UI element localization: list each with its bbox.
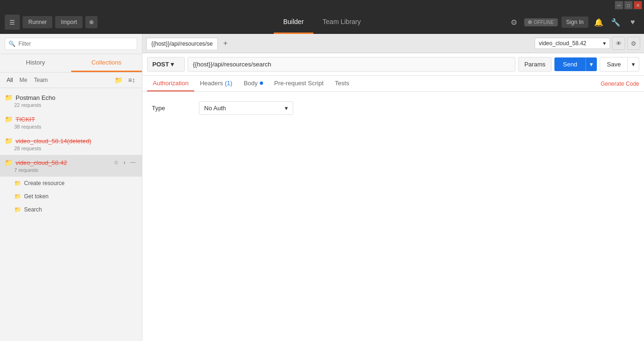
gear-icon-button[interactable]: ⚙: [627, 37, 640, 50]
sidebar-tabs: History Collections: [0, 54, 142, 73]
chevron-down-icon: ▾: [603, 40, 606, 47]
method-selector[interactable]: POST ▾: [147, 57, 185, 72]
subtab-all[interactable]: All: [5, 76, 15, 84]
collection-item-active[interactable]: 📁 video_cloud_58.42 ☆ › ⋯ 7 requests: [0, 155, 142, 177]
wrench-icon-button[interactable]: 🔧: [609, 16, 622, 29]
filter-input[interactable]: [5, 38, 137, 50]
tab-pre-request-script[interactable]: Pre-request Script: [269, 76, 330, 91]
collection-item[interactable]: 📁 video_cloud_58.14(deleted) 28 requests: [0, 133, 142, 155]
main-layout: 🔍 History Collections All Me Team 📁 ≡↕: [0, 34, 644, 341]
expand-icon-button[interactable]: ›: [122, 159, 127, 166]
url-tab-label: {{host}}/api/resources/se: [151, 41, 213, 47]
env-dropdown[interactable]: video_cloud_58.42 ▾: [535, 38, 610, 49]
sub-item-get-token[interactable]: 📁 Get token: [0, 190, 142, 203]
gear-icon: ⚙: [631, 40, 636, 47]
settings-icon: ⚙: [511, 18, 517, 27]
chevron-down-icon: ▾: [590, 61, 593, 68]
send-btn-group: Send ▾: [554, 57, 597, 71]
collection-requests: 28 requests: [5, 146, 137, 151]
bell-icon-button[interactable]: 🔔: [592, 16, 605, 29]
save-btn-group: Save ▾: [600, 57, 639, 72]
sidebar-toggle-button[interactable]: ☰: [5, 15, 20, 30]
subtab-me[interactable]: Me: [17, 76, 29, 84]
collection-item[interactable]: 📁 Postman Echo 22 requests: [0, 90, 142, 112]
new-folder-icon-button[interactable]: 📁: [113, 75, 124, 85]
close-button[interactable]: ✕: [634, 1, 642, 9]
request-tabs: Authorization Headers (1) Body Pre-reque…: [142, 76, 644, 92]
auth-content: Type No Auth ▾: [142, 92, 644, 341]
folder-icon: 📁: [5, 94, 13, 101]
collection-name: video_cloud_58.42: [16, 159, 67, 166]
auth-dropdown-icon: ▾: [285, 105, 288, 112]
search-icon: 🔍: [8, 41, 16, 47]
headers-badge: (1): [225, 80, 232, 87]
url-input[interactable]: [188, 57, 515, 72]
sidebar-toggle-icon: ☰: [9, 19, 15, 26]
collection-item[interactable]: 📁 TICKIT 38 requests: [0, 112, 142, 133]
tab-body[interactable]: Body: [238, 76, 269, 91]
env-dropdown-label: video_cloud_58.42: [539, 40, 586, 47]
bell-icon: 🔔: [594, 18, 603, 27]
method-dropdown-icon: ▾: [171, 61, 174, 68]
add-tab-button[interactable]: +: [220, 38, 231, 49]
save-dropdown-button[interactable]: ▾: [628, 57, 639, 72]
tab-team-library[interactable]: Team Library: [313, 10, 370, 34]
offline-label: OFFLINE: [534, 20, 553, 25]
eye-icon-button[interactable]: 👁: [612, 37, 625, 50]
folder-icon: 📁: [5, 115, 13, 123]
main-content: {{host}}/api/resources/se + video_cloud_…: [142, 34, 644, 341]
url-tab[interactable]: {{host}}/api/resources/se: [146, 38, 218, 49]
send-dropdown-button[interactable]: ▾: [586, 57, 597, 71]
runner-label: Runner: [28, 19, 47, 25]
new-tab-icon: ⊕: [89, 19, 94, 25]
generate-code-link[interactable]: Generate Code: [601, 76, 639, 91]
more-icon-button[interactable]: ⋯: [129, 159, 137, 166]
auth-type-value: No Auth: [204, 105, 226, 112]
sort-icon-button[interactable]: ≡↕: [126, 75, 137, 85]
minimize-button[interactable]: ─: [615, 1, 623, 9]
auth-type-label: Type: [152, 105, 190, 112]
tab-builder[interactable]: Builder: [274, 10, 314, 34]
new-tab-button[interactable]: ⊕: [85, 16, 98, 28]
settings-icon-button[interactable]: ⚙: [507, 16, 520, 29]
sign-in-button[interactable]: Sign In: [561, 16, 588, 28]
toolbar: ☰ Runner Import ⊕ Builder Team Library ⚙…: [0, 10, 644, 34]
tab-collections[interactable]: Collections: [71, 54, 142, 72]
sub-item-search[interactable]: 📁 Search: [0, 203, 142, 216]
collection-requests: 7 requests: [5, 167, 137, 173]
folder-icon: 📁: [14, 180, 21, 187]
collection-name: Postman Echo: [16, 94, 56, 101]
offline-dot: [528, 20, 532, 24]
sub-item-create-resource[interactable]: 📁 Create resource: [0, 177, 142, 190]
auth-row: Type No Auth ▾: [152, 101, 635, 115]
collection-item-header: 📁 video_cloud_58.14(deleted): [5, 137, 137, 145]
import-button[interactable]: Import: [55, 16, 83, 28]
collection-list: 📁 Postman Echo 22 requests 📁 TICKIT 38 r…: [0, 88, 142, 341]
folder-icon: 📁: [5, 137, 13, 145]
collection-name: TICKIT: [16, 116, 35, 123]
auth-type-select[interactable]: No Auth ▾: [199, 101, 293, 115]
folder-icon: 📁: [14, 206, 21, 213]
save-button[interactable]: Save: [600, 57, 628, 72]
import-label: Import: [61, 19, 77, 25]
tab-headers[interactable]: Headers (1): [194, 76, 238, 91]
collection-item-header: 📁 Postman Echo: [5, 94, 137, 101]
offline-badge: OFFLINE: [524, 18, 557, 26]
toolbar-right: ⚙ OFFLINE Sign In 🔔 🔧 ♥: [507, 16, 639, 29]
maximize-button[interactable]: □: [624, 1, 633, 9]
send-button[interactable]: Send: [554, 57, 586, 71]
params-button[interactable]: Params: [518, 57, 552, 72]
tab-history[interactable]: History: [0, 54, 71, 72]
tab-tests[interactable]: Tests: [329, 76, 355, 91]
star-icon-button[interactable]: ☆: [112, 159, 120, 166]
collection-requests: 22 requests: [5, 102, 137, 108]
method-label: POST: [152, 61, 169, 68]
heart-icon-button[interactable]: ♥: [626, 16, 639, 29]
runner-button[interactable]: Runner: [23, 16, 52, 28]
sub-tabs: All Me Team 📁 ≡↕: [0, 73, 142, 88]
subtab-team[interactable]: Team: [32, 76, 50, 84]
body-dot-badge: [260, 81, 263, 85]
tab-authorization[interactable]: Authorization: [147, 76, 194, 91]
folder-icon: 📁: [5, 159, 13, 166]
folder-icon: 📁: [14, 193, 21, 200]
